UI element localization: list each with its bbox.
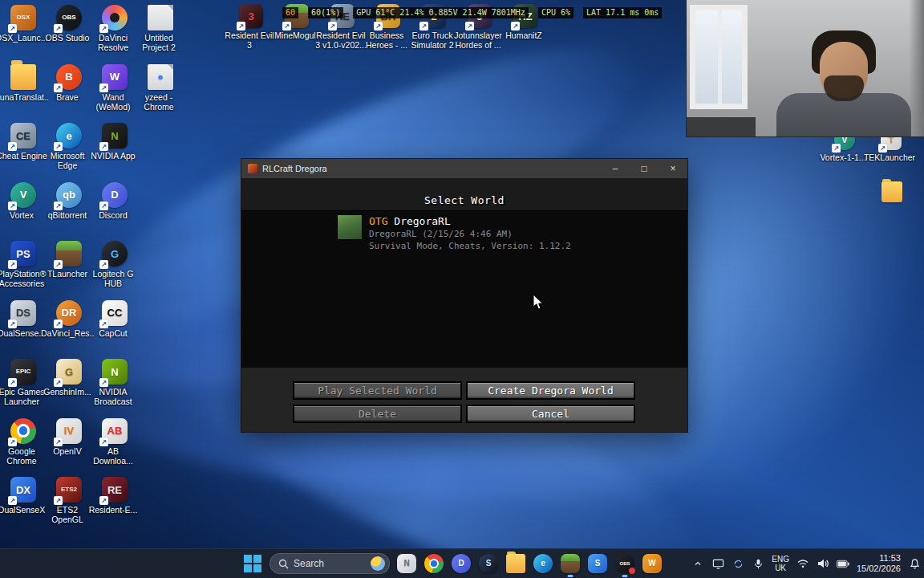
shortcut-arrow-icon (54, 378, 63, 387)
language-line2: UK (772, 564, 789, 572)
desktop-icon-label: Vortex-1-1... (817, 153, 869, 162)
taskbar-app-file-explorer[interactable] (505, 553, 526, 574)
taskbar-app-store[interactable]: S (587, 553, 608, 574)
language-indicator[interactable]: ENG UK (772, 555, 789, 572)
shortcut-arrow-icon (54, 142, 63, 151)
edge-icon: e (533, 554, 553, 573)
create-dregora-world-button[interactable]: Create Dregora World (466, 381, 635, 400)
window-title: RLCraft Dregora (262, 164, 327, 173)
desktop-icon-untitled-project-2[interactable]: Untitled Project 2 (137, 5, 184, 52)
mic-tray-icon[interactable] (752, 557, 764, 570)
desktop-icon-label: AB Downloa... (87, 446, 140, 466)
desktop-icon-davinci-res[interactable]: DRDaVinci_Res... (46, 300, 92, 338)
taskbar-apps: NDSeSOBSW (396, 553, 663, 574)
taskbar-app-rlcraft[interactable] (560, 553, 581, 574)
search-box[interactable]: Search (270, 553, 390, 574)
desktop-icon-ab-download[interactable]: ABAB Downloa... (91, 418, 138, 466)
play-selected-world-button[interactable]: Play Selected World (293, 381, 462, 400)
desktop-icon-dsx-launcher[interactable]: DSXDSX_Launc... (0, 5, 47, 43)
desktop-icon-label: CapCut (87, 328, 140, 338)
sync-tray-icon[interactable] (732, 557, 744, 570)
shortcut-arrow-icon (99, 83, 108, 92)
shortcut-arrow-icon (832, 144, 841, 153)
window-titlebar[interactable]: RLCraft Dregora – □ × (241, 159, 687, 178)
desktop-icon-label: Untitled Project 2 (132, 33, 185, 52)
shortcut-arrow-icon (99, 496, 108, 505)
world-thumbnail (338, 215, 362, 239)
desktop-icon-genshin-impact[interactable]: GGenshinIm... (46, 359, 92, 397)
gear-app-icon: W (642, 554, 662, 573)
taskbar-app-edge[interactable]: e (533, 553, 553, 574)
start-button[interactable] (242, 553, 263, 574)
webcam-overlay (686, 0, 924, 137)
weather-icon (371, 556, 385, 571)
hidden-icons-chevron[interactable] (691, 557, 704, 570)
taskbar-app-gear-app[interactable]: W (642, 553, 663, 574)
desktop-icon-playstation-accessories[interactable]: PSPlayStation® Accessories (0, 241, 47, 288)
desktop-icon-microsoft-edge[interactable]: eMicrosoft Edge (46, 123, 92, 170)
desktop-icon-logitech-g-hub[interactable]: GLogitech G HUB (91, 241, 138, 288)
language-line1: ENG (772, 555, 789, 564)
minimize-button[interactable]: – (601, 159, 630, 178)
desktop-icon-desktop-folder[interactable] (869, 181, 915, 205)
shortcut-arrow-icon (54, 83, 63, 92)
desktop-icon-obs-studio[interactable]: OBSOBS Studio (46, 5, 92, 43)
desktop-icon-qbittorrent[interactable]: qbqBittorrent (46, 182, 92, 220)
world-name: DregoraRL (394, 215, 450, 227)
desktop-icon-cheat-engine[interactable]: CECheat Engine (0, 123, 47, 161)
desktop-icon-openiv[interactable]: IVOpenIV (46, 418, 92, 456)
shortcut-arrow-icon (8, 201, 17, 210)
shortcut-arrow-icon (99, 438, 108, 446)
shortcut-arrow-icon (8, 496, 17, 505)
world-entry[interactable]: OTG DregoraRL DregoraRL (2/15/26 4:46 AM… (336, 214, 573, 253)
taskbar-app-obs-recording[interactable]: OBS (614, 553, 635, 574)
desktop-icon-vortex[interactable]: VVortex (0, 182, 47, 220)
desktop-icon-dualsensex[interactable]: DXDualSenseX (0, 477, 47, 515)
taskbar-app-discord[interactable]: D (451, 553, 472, 574)
desktop-icon-brave[interactable]: BBrave (46, 64, 92, 102)
world-title: OTG DregoraRL (369, 215, 571, 227)
desktop-icon-label: Logitech G HUB (87, 269, 140, 288)
yzeed-chrome-icon: ● (148, 64, 173, 90)
desktop-icon-lunatranslator[interactable]: LunaTranslat... (0, 64, 47, 102)
desktop-icon-tlauncher[interactable]: TLauncher (46, 241, 92, 279)
taskbar: Search NDSeSOBSW ENG UK 11:53 15/02/2026 (0, 548, 924, 578)
shortcut-arrow-icon (54, 320, 63, 328)
desktop-icon-nvidia-app[interactable]: NNVIDIA App (91, 123, 138, 161)
search-placeholder: Search (294, 558, 324, 569)
date: 15/02/2026 (857, 564, 901, 574)
taskbar-app-chrome[interactable] (424, 553, 444, 574)
person-beard (824, 75, 864, 101)
clock[interactable]: 11:53 15/02/2026 (857, 553, 901, 574)
delete-button[interactable]: Delete (293, 405, 462, 423)
volume-icon[interactable] (817, 557, 829, 570)
desktop-icon-resident-evil-3[interactable]: 3Resident Evil 3 (228, 4, 274, 50)
desktop-icon-wand-wemod[interactable]: WWand (WeMod) (91, 64, 138, 112)
rlcraft-app-icon (248, 164, 257, 173)
shortcut-arrow-icon (237, 22, 245, 31)
taskbar-app-notes-app[interactable]: N (396, 553, 417, 574)
rlcraft-window: RLCraft Dregora – □ × Select World OTG D… (241, 158, 688, 433)
wifi-icon[interactable] (796, 557, 809, 570)
desktop-icon-epic-games-launcher[interactable]: EPICEpic Games Launcher (0, 359, 47, 406)
desktop-icon-capcut[interactable]: CCCapCut (91, 300, 138, 338)
desktop-icon-yzeed-chrome[interactable]: ●yzeed - Chrome (137, 64, 184, 112)
desktop-icon-davinci-resolve[interactable]: DaVinci Resolve (91, 5, 138, 52)
desktop-icon-google-chrome[interactable]: Google Chrome (0, 418, 47, 466)
desktop-icon-resident-e[interactable]: REResident-E... (91, 477, 138, 515)
taskbar-app-steam[interactable]: S (478, 553, 499, 574)
shortcut-arrow-icon (511, 22, 520, 31)
desktop-icon-ets2-opengl[interactable]: ETS2ETS2 OpenGL (46, 477, 92, 524)
desktop-icon-label: Resident-E... (87, 505, 140, 515)
shortcut-arrow-icon (8, 378, 17, 387)
maximize-button[interactable]: □ (630, 159, 659, 178)
desktop-icon-nvidia-broadcast[interactable]: NNVIDIA Broadcast (91, 359, 138, 406)
monitor-tray-icon[interactable] (711, 557, 724, 570)
battery-icon[interactable] (837, 557, 849, 570)
desktop-icon-dualsense[interactable]: DSDualSense... (0, 300, 47, 338)
shortcut-arrow-icon (54, 438, 63, 446)
desktop-icon-discord[interactable]: DDiscord (91, 182, 138, 220)
close-button[interactable]: × (659, 159, 687, 178)
notifications-bell-icon[interactable] (908, 557, 921, 570)
cancel-button[interactable]: Cancel (466, 405, 635, 423)
